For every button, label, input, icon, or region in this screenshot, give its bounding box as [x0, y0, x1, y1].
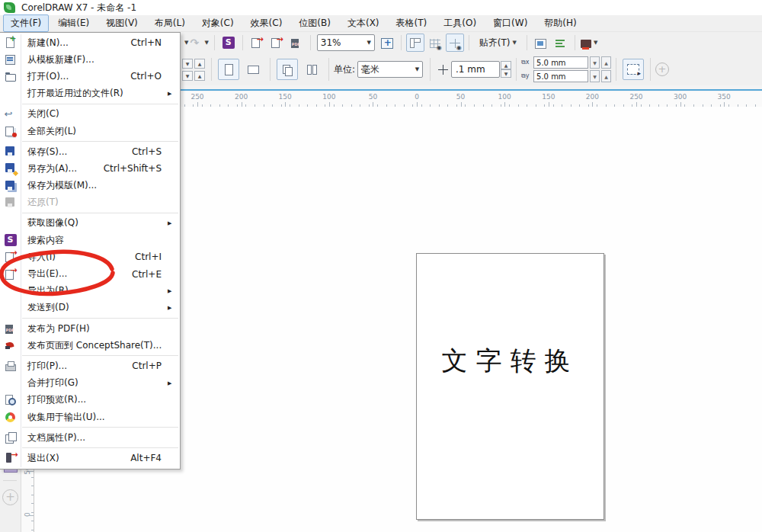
redo-flyout-icon: ▼ [204, 40, 208, 46]
menubar-item[interactable]: 效果(C) [243, 14, 290, 32]
menubar: 文件(F)编辑(E)视图(V)布局(L)对象(C)效果(C)位图(B)文本(X)… [0, 15, 762, 32]
app-list-button[interactable] [552, 34, 570, 52]
landscape-button[interactable] [242, 59, 264, 80]
redo-icon: ↷ [190, 37, 202, 49]
menubar-item[interactable]: 窗口(W) [485, 14, 535, 32]
file-menu-item[interactable]: 导出为(R)▶ [0, 283, 180, 300]
duplicate-x-field[interactable]: 5.0 mm [533, 56, 588, 69]
spinner-up-icon[interactable]: ▲ [601, 70, 611, 82]
page-text[interactable]: 文字转换 [417, 344, 604, 379]
landscape-icon [248, 66, 259, 74]
spinner-down-icon[interactable]: ▼ [590, 70, 600, 82]
file-menu-item[interactable]: 发布页面到 ConceptShare(T)... [0, 337, 180, 354]
export-icon [5, 268, 17, 280]
import-button[interactable] [248, 34, 266, 52]
fullscreen-preview-button[interactable] [378, 34, 396, 52]
all-pages-button[interactable] [277, 59, 298, 80]
plus-circle-icon[interactable]: + [655, 62, 669, 76]
conceptshare-icon [5, 339, 17, 351]
zoom-level-combo[interactable]: 31% ▼ [317, 34, 375, 51]
file-menu-item[interactable]: 收集用于输出(U)... [0, 409, 180, 425]
file-menu-item[interactable]: 保存(S)...Ctrl+S [0, 143, 180, 160]
file-menu-item[interactable]: 导出(E)...Ctrl+E [0, 265, 180, 282]
file-menu-item[interactable]: 退出(X)Alt+F4 [0, 450, 180, 466]
file-menu-item[interactable]: 文档属性(P)... [0, 429, 180, 446]
spinner-down-icon[interactable]: ▼ [501, 69, 511, 78]
menu-item-label: 退出(X) [21, 452, 130, 465]
units-combo[interactable]: 毫米 ▼ [357, 61, 423, 78]
treat-as-filled-icon [627, 64, 639, 75]
file-menu-item[interactable]: 全部关闭(L) [0, 123, 180, 139]
file-menu-item[interactable]: 打开最近用过的文件(R)▶ [0, 85, 180, 102]
menubar-item[interactable]: 工具(O) [436, 14, 484, 32]
zoom-level-value: 31% [321, 37, 363, 48]
publish-pdf-icon [5, 322, 17, 335]
show-grid-button[interactable] [426, 34, 444, 52]
menu-item-shortcut: Ctrl+Shift+S [104, 163, 162, 174]
menu-item-shortcut: Ctrl+O [130, 71, 162, 82]
menu-separator [22, 318, 178, 319]
menu-item-shortcut: Ctrl+S [132, 146, 162, 157]
file-menu-item[interactable]: 保存为模版(M)... [0, 178, 180, 194]
spinner-down-icon[interactable]: ▼ [182, 59, 193, 69]
menubar-item[interactable]: 文件(F) [3, 14, 49, 32]
file-menu-item[interactable]: 合并打印(G)▶ [0, 375, 180, 392]
options-button[interactable] [532, 34, 550, 52]
menu-icon-gutter [0, 125, 21, 137]
app-list-icon [555, 39, 566, 48]
print-preview-icon [5, 394, 17, 406]
file-menu-item[interactable]: 获取图像(Q)▶ [0, 215, 180, 232]
app-launcher-button[interactable]: ▼ [580, 34, 598, 52]
menubar-item[interactable]: 文本(X) [340, 14, 387, 32]
menubar-item[interactable]: 编辑(E) [50, 14, 97, 32]
file-menu-item[interactable]: 打印(P)...Ctrl+P [0, 357, 180, 374]
file-menu-item[interactable]: 导入(I)Ctrl+I [0, 248, 180, 265]
menu-separator [22, 355, 178, 356]
file-menu-item[interactable]: 新建(N)...Ctrl+N [0, 34, 180, 51]
menubar-item[interactable]: 表格(T) [389, 14, 435, 32]
ruler-label: 250 [190, 93, 203, 101]
document-page[interactable]: 文字转换 [416, 253, 604, 520]
file-menu-item[interactable]: 另存为(A)...Ctrl+Shift+S [0, 160, 180, 177]
file-menu-item[interactable]: 从模板新建(F)... [0, 51, 180, 68]
file-menu-item[interactable]: S搜索内容 [0, 232, 180, 248]
menu-item-label: 全部关闭(L) [21, 125, 168, 138]
menu-item-label: 发布页面到 ConceptShare(T)... [21, 339, 168, 352]
menubar-item[interactable]: 视图(V) [98, 14, 146, 32]
show-guidelines-button[interactable] [446, 34, 464, 52]
file-menu-item[interactable]: 发布为 PDF(H) [0, 320, 180, 337]
spinner-down-icon[interactable]: ▼ [590, 56, 600, 69]
spinner-up-icon[interactable]: ▲ [501, 61, 511, 69]
menu-item-label: 打印(P)... [21, 360, 132, 373]
file-menu-item[interactable]: 打印预览(R)... [0, 392, 180, 409]
current-page-button[interactable] [301, 59, 322, 80]
menubar-item[interactable]: 布局(L) [147, 14, 193, 32]
file-menu-item[interactable]: 还原(T) [0, 194, 180, 211]
spinner-up-icon[interactable]: ▲ [601, 56, 611, 69]
ruler-label: 0 [415, 93, 419, 101]
menubar-item[interactable]: 对象(C) [194, 14, 242, 32]
ruler-label: 200 [586, 93, 599, 101]
publish-pdf-button[interactable] [287, 34, 306, 52]
redo-button[interactable]: ↷▼ [189, 34, 209, 52]
undo-flyout-icon[interactable]: ▼ [184, 40, 188, 46]
file-menu-item[interactable]: 打开(O)...Ctrl+O [0, 68, 180, 85]
snap-to-button[interactable]: 贴齐(T) ▼ [474, 34, 522, 52]
menu-item-label: 导出(E)... [21, 268, 132, 280]
menu-icon-gutter [0, 339, 21, 351]
file-menu-item[interactable]: ↩关闭(C) [0, 106, 180, 123]
menubar-item[interactable]: 位图(B) [291, 14, 338, 32]
file-menu-item[interactable]: 发送到(D)▶ [0, 300, 180, 316]
portrait-button[interactable] [218, 59, 239, 80]
spinner-down-icon[interactable]: ▼ [182, 71, 193, 81]
export-button[interactable] [267, 34, 286, 52]
toolbox-customize-plus-icon[interactable]: + [2, 489, 18, 505]
nudge-offset-field[interactable]: .1 mm [451, 61, 500, 78]
duplicate-y-field[interactable]: 5.0 mm [533, 70, 588, 82]
show-rulers-button[interactable] [406, 34, 424, 52]
menubar-item[interactable]: 帮助(H) [536, 14, 584, 32]
spinner-up-icon[interactable]: ▲ [194, 71, 205, 81]
spinner-up-icon[interactable]: ▲ [194, 59, 205, 69]
treat-as-filled-button[interactable] [623, 59, 644, 80]
search-content-button[interactable]: S [219, 34, 238, 52]
